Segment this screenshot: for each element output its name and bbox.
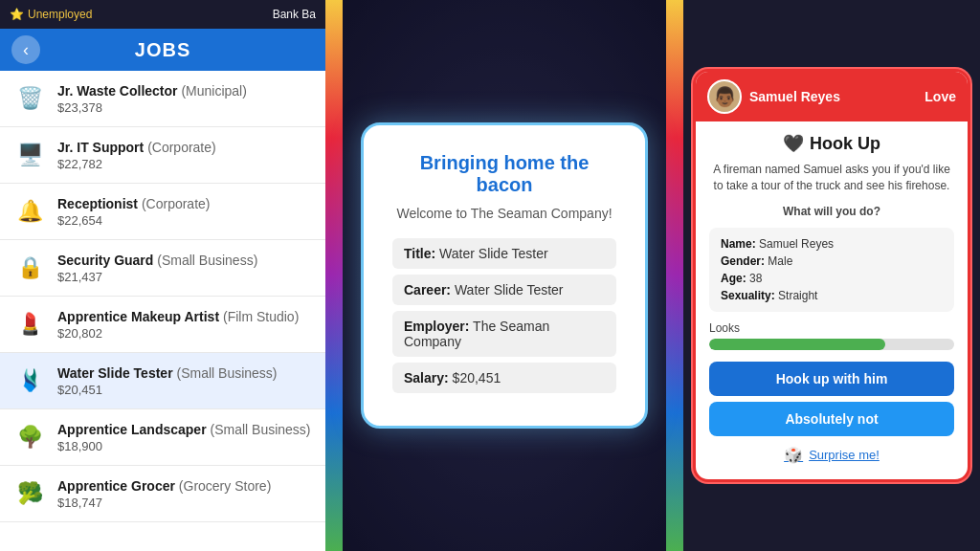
job-info-security: Security Guard (Small Business) $21,437	[57, 252, 314, 284]
hookup-question: What will you do?	[709, 204, 954, 220]
surprise-button[interactable]: 🎲 Surprise me!	[709, 442, 954, 468]
status-label: Unemployed	[28, 8, 92, 21]
job-item-security[interactable]: 🔒 Security Guard (Small Business) $21,43…	[0, 240, 325, 297]
job-item-waste[interactable]: 🗑️ Jr. Waste Collector (Municipal) $23,3…	[0, 71, 325, 127]
job-info-landscaper: Apprentice Landscaper (Small Business) $…	[57, 421, 314, 453]
hookup-avatar: 👨🏾	[707, 79, 742, 114]
hookup-accept-button[interactable]: Hook up with him	[709, 362, 954, 396]
hookup-decline-button[interactable]: Absolutely not	[709, 402, 954, 436]
job-info-waste: Jr. Waste Collector (Municipal) $23,378	[57, 82, 314, 115]
job-name-receptionist: Receptionist (Corporate)	[57, 195, 314, 212]
avatar-icon: 👨🏾	[713, 85, 737, 108]
job-icon-makeup: 💄	[11, 306, 48, 342]
job-salary-security: $21,437	[57, 270, 314, 284]
job-name-waterslide: Water Slide Tester (Small Business)	[57, 364, 314, 382]
job-icon-security: 🔒	[11, 250, 48, 286]
heart-icon: 🖤	[783, 133, 804, 154]
job-item-waterslide[interactable]: 🩱 Water Slide Tester (Small Business) $2…	[0, 353, 325, 409]
left-deco	[325, 0, 343, 551]
back-icon: ‹	[23, 40, 29, 60]
job-name-makeup: Apprentice Makeup Artist (Film Studio)	[57, 308, 314, 325]
hookup-card: 👨🏾 Samuel Reyes Love 🖤 Hook Up A fireman…	[693, 69, 970, 481]
hookup-description: A fireman named Samuel asks you if you'd…	[709, 162, 954, 194]
job-name-waste: Jr. Waste Collector (Municipal)	[57, 82, 314, 99]
job-icon-waterslide: 🩱	[11, 363, 48, 399]
job-name-grocer: Apprentice Grocer (Grocery Store)	[57, 477, 314, 495]
job-info-makeup: Apprentice Makeup Artist (Film Studio) $…	[57, 308, 314, 341]
hookup-header: 👨🏾 Samuel Reyes Love	[696, 72, 968, 121]
job-offer-card: Bringing home the bacon Welcome to The S…	[361, 122, 648, 429]
job-offer-subtitle: Welcome to The Seaman Company!	[392, 206, 616, 221]
hookup-panel: 👨🏾 Samuel Reyes Love 🖤 Hook Up A fireman…	[683, 0, 980, 551]
job-offer-title: Bringing home the bacon	[392, 152, 616, 196]
bank-label: Bank Ba	[273, 8, 316, 21]
status-area: ⭐ Unemployed	[10, 8, 92, 21]
hookup-person-name: Samuel Reyes	[749, 89, 917, 104]
jobs-panel: ⭐ Unemployed Bank Ba ‹ JOBS 🗑️ Jr. Waste…	[0, 0, 325, 551]
job-salary-landscaper: $18,900	[57, 439, 314, 453]
job-salary-makeup: $20,802	[57, 326, 314, 341]
job-name-it: Jr. IT Support (Corporate)	[57, 139, 314, 156]
surprise-icon: 🎲	[784, 446, 803, 464]
looks-bar-background	[709, 339, 954, 350]
job-salary-receptionist: $22,654	[57, 213, 314, 228]
job-item-makeup[interactable]: 💄 Apprentice Makeup Artist (Film Studio)…	[0, 297, 325, 353]
job-item-landscaper[interactable]: 🌳 Apprentice Landscaper (Small Business)…	[0, 409, 325, 466]
hookup-tag: Love	[924, 89, 956, 104]
job-detail-title: Title: Water Slide Tester	[392, 238, 616, 269]
job-icon-waste: 🗑️	[11, 80, 48, 117]
jobs-list: 🗑️ Jr. Waste Collector (Municipal) $23,3…	[0, 71, 325, 551]
job-icon-it: 🖥️	[11, 137, 48, 173]
status-icon: ⭐	[10, 8, 24, 21]
job-icon-grocer: 🥦	[11, 475, 48, 512]
job-info-grocer: Apprentice Grocer (Grocery Store) $18,74…	[57, 477, 314, 510]
jobs-header: ‹ JOBS	[0, 29, 325, 71]
job-salary-grocer: $18,747	[57, 496, 314, 510]
top-bar: ⭐ Unemployed Bank Ba	[0, 0, 325, 29]
job-info-receptionist: Receptionist (Corporate) $22,654	[57, 195, 314, 228]
looks-bar-fill	[709, 339, 885, 350]
hookup-name-row: Name: Samuel Reyes	[721, 235, 943, 253]
job-name-landscaper: Apprentice Landscaper (Small Business)	[57, 421, 314, 438]
job-offer-panel: Bringing home the bacon Welcome to The S…	[325, 0, 683, 551]
hookup-info-table: Name: Samuel Reyes Gender: Male Age: 38 …	[709, 228, 954, 312]
job-item-it[interactable]: 🖥️ Jr. IT Support (Corporate) $22,782	[0, 127, 325, 184]
job-icon-receptionist: 🔔	[11, 193, 48, 230]
job-detail-salary: Salary: $20,451	[392, 363, 616, 393]
hookup-section-title: 🖤 Hook Up	[709, 133, 954, 154]
hookup-sexuality-row: Sexuality: Straight	[721, 287, 943, 304]
back-button[interactable]: ‹	[11, 35, 40, 64]
job-salary-it: $22,782	[57, 157, 314, 171]
job-detail-employer: Employer: The Seaman Company	[392, 311, 616, 357]
job-info-it: Jr. IT Support (Corporate) $22,782	[57, 139, 314, 171]
right-deco	[666, 0, 683, 551]
surprise-label: Surprise me!	[809, 448, 880, 462]
hookup-body: 🖤 Hook Up A fireman named Samuel asks yo…	[696, 121, 968, 478]
job-salary-waste: $23,378	[57, 100, 314, 115]
job-info-waterslide: Water Slide Tester (Small Business) $20,…	[57, 364, 314, 397]
job-item-receptionist[interactable]: 🔔 Receptionist (Corporate) $22,654	[0, 184, 325, 240]
job-item-grocer[interactable]: 🥦 Apprentice Grocer (Grocery Store) $18,…	[0, 466, 325, 522]
job-name-security: Security Guard (Small Business)	[57, 252, 314, 269]
looks-section: Looks	[709, 321, 954, 350]
hookup-age-row: Age: 38	[721, 270, 943, 287]
jobs-title: JOBS	[40, 39, 285, 61]
job-icon-landscaper: 🌳	[11, 419, 48, 455]
job-salary-waterslide: $20,451	[57, 383, 314, 397]
looks-label: Looks	[709, 321, 954, 335]
hookup-gender-row: Gender: Male	[721, 253, 943, 270]
job-detail-career: Career: Water Slide Tester	[392, 275, 616, 305]
